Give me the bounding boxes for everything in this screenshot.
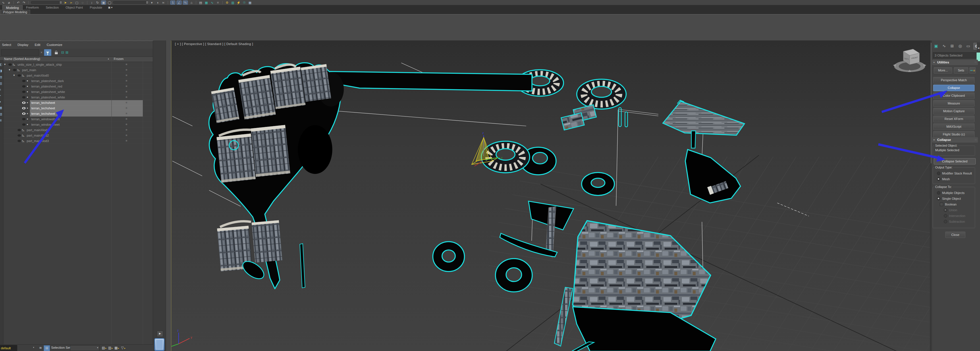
- ribbon-tab-menu-icon[interactable]: ▣ ▾: [106, 5, 115, 10]
- more-button[interactable]: More...: [934, 67, 952, 73]
- table-row-terran-windowsheet[interactable]: ●terran_windowsheet✳: [0, 116, 153, 122]
- table-row-units-size-l-single-attack-ship[interactable]: ▼◺units_size_l_single_attack_ship✳: [0, 62, 153, 67]
- side-toolbar-icon-8[interactable]: ▧: [0, 112, 3, 116]
- objects-selected-field[interactable]: 3 Objects Selected: [933, 52, 977, 59]
- layer-manager-icon[interactable]: ▤: [199, 1, 203, 5]
- configure-button-sets-icon[interactable]: ≔⚙: [969, 67, 976, 73]
- material-editor-icon[interactable]: ▦: [248, 1, 252, 5]
- display-filter-icon[interactable]: [44, 49, 51, 56]
- explorer-menu-customize[interactable]: Customize: [47, 43, 62, 46]
- table-row-part-mainxlod2[interactable]: ◺part_mainXlod2✳: [0, 133, 153, 138]
- frozen-icon[interactable]: ✳: [125, 100, 127, 105]
- explorer-menu-display[interactable]: Display: [18, 43, 29, 46]
- search-input[interactable]: [1, 49, 39, 56]
- schematic-view-icon[interactable]: ⌗: [216, 1, 220, 5]
- table-row-terran-platesheet-dark[interactable]: ●terran_platesheet_dark✳: [0, 78, 153, 84]
- collapse-selected-button[interactable]: Collapse Selected: [934, 158, 976, 164]
- select-and-move-icon[interactable]: ↕: [90, 1, 94, 5]
- scroll-right-button[interactable]: ▶: [157, 330, 163, 337]
- select-by-name-icon[interactable]: ➢: [69, 1, 73, 5]
- utilities-rollout-header[interactable]: Utilities∷: [932, 60, 978, 65]
- black-ring[interactable]: [582, 173, 614, 195]
- expander-icon[interactable]: ▼: [13, 73, 15, 78]
- rendered-frame-icon[interactable]: ▥: [231, 1, 235, 5]
- select-and-rotate-icon[interactable]: ↻: [95, 1, 100, 5]
- eye-hidden-icon[interactable]: [8, 64, 12, 66]
- ribbon-tab-populate[interactable]: Populate: [86, 5, 105, 10]
- eye-hidden-icon[interactable]: [22, 91, 25, 93]
- radio-single-object[interactable]: [937, 197, 940, 200]
- utility-button-flight-studio-c[interactable]: Flight Studio (c): [933, 131, 975, 138]
- frozen-icon[interactable]: ✳: [125, 127, 127, 133]
- horizontal-scrollbar-thumb[interactable]: [154, 338, 165, 351]
- select-link-icon[interactable]: ∿: [1, 1, 5, 5]
- column-frozen[interactable]: Frozen: [114, 57, 124, 60]
- reference-coordinate-icon[interactable]: ◯: [107, 1, 112, 5]
- frozen-icon[interactable]: ✳: [125, 116, 127, 122]
- eye-hidden-icon[interactable]: [18, 74, 21, 77]
- expander-icon[interactable]: ▼: [4, 62, 6, 67]
- explorer-menu-edit[interactable]: Edit: [35, 43, 40, 46]
- percent-snap-icon[interactable]: %: [183, 1, 188, 5]
- ship-arm-beam[interactable]: [328, 71, 532, 91]
- frozen-icon[interactable]: ✳: [125, 106, 127, 111]
- explorer-column-header[interactable]: Name (Sorted Ascending) ▲ Frozen: [0, 57, 153, 62]
- collapse-rollout-header[interactable]: Collapse∷: [932, 137, 978, 143]
- expander-icon[interactable]: ▼: [8, 67, 11, 73]
- chevron-down-icon[interactable]: ▾: [33, 346, 34, 349]
- sets-button[interactable]: Sets: [954, 67, 968, 73]
- eye-hidden-icon[interactable]: [22, 85, 25, 87]
- table-row-terran-platesheet-red[interactable]: ●terran_platesheet_red✳: [0, 84, 153, 89]
- table-row-terran-platesheet-white[interactable]: ●terran_platesheet_white✳: [0, 95, 153, 100]
- explorer-menu-select[interactable]: Select: [2, 43, 11, 46]
- curve-editor-icon[interactable]: ∿: [210, 1, 214, 5]
- frozen-icon[interactable]: ✳: [125, 84, 127, 89]
- turbine-ring[interactable]: [577, 79, 626, 109]
- render-setup-icon[interactable]: ⚙: [225, 1, 229, 5]
- hierarchy-tab[interactable]: ⊞: [949, 43, 955, 49]
- ribbon-tab-freeform[interactable]: Freeform: [23, 5, 43, 10]
- eye-visible-icon[interactable]: [22, 107, 25, 110]
- frozen-icon[interactable]: ✳: [125, 138, 127, 143]
- eye-hidden-icon[interactable]: [13, 69, 16, 71]
- create-tab[interactable]: ▣: [933, 43, 939, 49]
- close-button[interactable]: Close: [945, 232, 965, 238]
- toolbar-slider[interactable]: [31, 1, 62, 4]
- eye-hidden-icon[interactable]: [18, 129, 21, 131]
- spinner-snap-icon[interactable]: ⌂: [189, 1, 194, 5]
- unlink-icon[interactable]: ⌀: [7, 1, 11, 5]
- column-name[interactable]: Name (Sorted Ascending): [4, 57, 40, 60]
- frozen-icon[interactable]: ✳: [125, 122, 127, 127]
- clear-search-icon[interactable]: ×: [40, 51, 43, 54]
- black-ring[interactable]: [495, 259, 532, 292]
- undo-icon[interactable]: ↶: [16, 1, 21, 5]
- eye-hidden-icon[interactable]: [22, 124, 25, 126]
- table-row-part-mainxlod3[interactable]: ◺part_mainXlod3✳: [0, 138, 153, 144]
- eye-hidden-icon[interactable]: [22, 96, 25, 98]
- edit-named-selections-icon[interactable]: ▦➤: [113, 345, 119, 351]
- tab-polygon-modeling[interactable]: Polygon Modeling: [0, 10, 30, 14]
- utility-button-motion-capture[interactable]: Motion Capture: [933, 108, 975, 114]
- radio-mesh[interactable]: [937, 177, 940, 181]
- coordinate-dropdown[interactable]: [113, 1, 148, 4]
- pivot-dropdown-icon[interactable]: ▾: [150, 1, 154, 5]
- side-toolbar-icon-0[interactable]: ◧: [0, 63, 3, 66]
- modify-tab[interactable]: ∿: [941, 43, 947, 49]
- eye-hidden-icon[interactable]: [22, 118, 25, 120]
- ribbon-tab-object-paint[interactable]: Object Paint: [62, 5, 86, 10]
- utility-button-maxscript[interactable]: MAXScript: [933, 124, 975, 130]
- toggle-ribbon-icon[interactable]: ▦: [204, 1, 208, 5]
- ribbon-tab-modeling[interactable]: Modeling: [2, 5, 23, 10]
- panel-collapse-arrow[interactable]: ◀: [977, 43, 980, 53]
- redo-icon[interactable]: ↷: [22, 1, 26, 5]
- frozen-icon[interactable]: ✳: [125, 73, 127, 78]
- side-toolbar-icon-9[interactable]: ⊞: [0, 119, 3, 122]
- viewport-canvas[interactable]: z y: [172, 41, 931, 351]
- side-toolbar-icon-5[interactable]: ◔: [0, 94, 3, 97]
- render-production-icon[interactable]: ⚡: [236, 1, 241, 5]
- utility-button-perspective-match[interactable]: Perspective Match: [933, 77, 975, 84]
- panel-scrollbar[interactable]: [930, 40, 932, 351]
- viewport-label[interactable]: [ + ] [ Perspective ] [ Standard ] [ Def…: [175, 42, 253, 46]
- side-toolbar-icon-3[interactable]: ▥: [0, 81, 3, 85]
- table-row-part-mainxlod0[interactable]: ▼◺part_mainXlod0✳: [0, 73, 153, 78]
